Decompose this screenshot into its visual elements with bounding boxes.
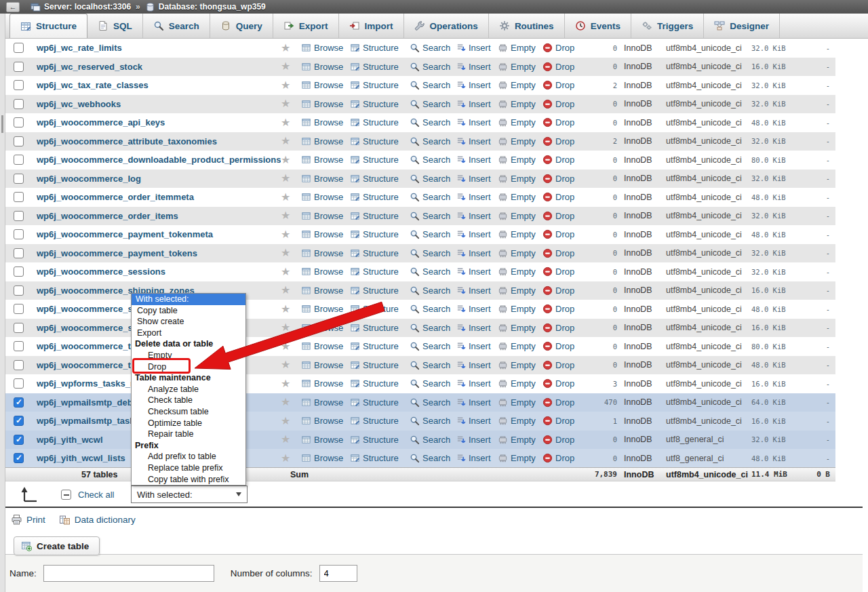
back-button[interactable]: ←: [6, 2, 20, 12]
structure-link[interactable]: Structure: [350, 285, 399, 296]
insert-link[interactable]: Insert: [456, 99, 491, 109]
browse-link[interactable]: Browse: [301, 99, 343, 109]
structure-link[interactable]: Structure: [350, 211, 399, 221]
tab-events[interactable]: Events: [565, 14, 631, 38]
favorite-star-icon[interactable]: ★: [281, 61, 290, 72]
browse-link[interactable]: Browse: [301, 267, 343, 277]
browse-link[interactable]: Browse: [301, 341, 343, 351]
drop-link[interactable]: Drop: [542, 360, 574, 370]
check-all-checkbox[interactable]: [61, 490, 71, 500]
tab-import[interactable]: Import: [339, 14, 404, 38]
menu-item-replace-table-prefix[interactable]: Replace table prefix: [132, 462, 245, 474]
menu-item-copy-table[interactable]: Copy table: [132, 305, 245, 317]
browse-link[interactable]: Browse: [301, 229, 343, 239]
browse-link[interactable]: Browse: [301, 304, 343, 314]
empty-link[interactable]: Empty: [498, 192, 536, 202]
empty-link[interactable]: Empty: [498, 211, 536, 221]
favorite-star-icon[interactable]: ★: [281, 98, 290, 109]
row-checkbox[interactable]: [14, 267, 24, 277]
table-name-link[interactable]: wp6j_wc_reserved_stock: [28, 62, 142, 72]
favorite-star-icon[interactable]: ★: [281, 267, 290, 277]
insert-link[interactable]: Insert: [456, 192, 491, 202]
search-link[interactable]: Search: [410, 397, 450, 408]
structure-link[interactable]: Structure: [350, 378, 399, 389]
table-name-link[interactable]: wp6j_woocommerce_attribute_taxonomies: [28, 136, 217, 146]
favorite-star-icon[interactable]: ★: [281, 285, 290, 296]
search-link[interactable]: Search: [410, 378, 450, 389]
empty-link[interactable]: Empty: [498, 323, 536, 333]
insert-link[interactable]: Insert: [456, 285, 491, 296]
row-checkbox[interactable]: [14, 99, 24, 109]
insert-link[interactable]: Insert: [456, 435, 491, 445]
favorite-star-icon[interactable]: ★: [281, 341, 290, 352]
favorite-star-icon[interactable]: ★: [281, 155, 290, 165]
table-name-link[interactable]: wp6j_wc_tax_rate_classes: [28, 80, 149, 90]
menu-item-with-selected[interactable]: With selected:: [132, 294, 245, 305]
browse-link[interactable]: Browse: [301, 416, 343, 426]
empty-link[interactable]: Empty: [498, 378, 536, 389]
insert-link[interactable]: Insert: [456, 360, 491, 370]
row-checkbox[interactable]: [14, 341, 24, 351]
empty-link[interactable]: Empty: [498, 155, 536, 165]
row-checkbox[interactable]: [14, 174, 24, 184]
row-checkbox[interactable]: [14, 62, 24, 72]
structure-link[interactable]: Structure: [350, 397, 399, 408]
favorite-star-icon[interactable]: ★: [281, 43, 290, 54]
insert-link[interactable]: Insert: [456, 378, 491, 389]
structure-link[interactable]: Structure: [350, 43, 399, 53]
row-checkbox[interactable]: [14, 229, 24, 239]
structure-link[interactable]: Structure: [350, 99, 399, 109]
row-checkbox[interactable]: [14, 285, 24, 296]
row-checkbox[interactable]: [14, 416, 24, 426]
row-checkbox[interactable]: [14, 360, 24, 370]
table-name-link[interactable]: wp6j_woocommerce_order_itemmeta: [28, 192, 194, 202]
empty-link[interactable]: Empty: [498, 416, 536, 426]
search-link[interactable]: Search: [410, 174, 450, 184]
tab-query[interactable]: Query: [210, 14, 273, 38]
browse-link[interactable]: Browse: [301, 174, 343, 184]
row-checkbox[interactable]: [14, 435, 24, 445]
structure-link[interactable]: Structure: [350, 62, 399, 72]
menu-item-copy-table-with-prefix[interactable]: Copy table with prefix: [132, 474, 245, 486]
drop-link[interactable]: Drop: [542, 416, 574, 426]
search-link[interactable]: Search: [410, 155, 450, 165]
row-checkbox[interactable]: [14, 248, 24, 258]
row-checkbox[interactable]: [14, 117, 24, 127]
drop-link[interactable]: Drop: [542, 136, 574, 146]
empty-link[interactable]: Empty: [498, 117, 536, 127]
table-name-link[interactable]: wp6j_woocommerce_log: [28, 174, 141, 184]
browse-link[interactable]: Browse: [301, 155, 343, 165]
structure-link[interactable]: Structure: [350, 453, 399, 463]
search-link[interactable]: Search: [410, 211, 450, 221]
drop-link[interactable]: Drop: [542, 248, 574, 258]
menu-item-show-create[interactable]: Show create: [132, 316, 245, 328]
insert-link[interactable]: Insert: [456, 136, 491, 146]
drop-link[interactable]: Drop: [542, 99, 574, 109]
menu-item-repair-table[interactable]: Repair table: [132, 429, 245, 440]
server-breadcrumb[interactable]: Server: localhost:3306: [44, 2, 131, 12]
favorite-star-icon[interactable]: ★: [281, 117, 290, 128]
drop-link[interactable]: Drop: [542, 174, 574, 184]
drop-link[interactable]: Drop: [542, 117, 574, 127]
search-link[interactable]: Search: [410, 435, 450, 445]
insert-link[interactable]: Insert: [456, 174, 491, 184]
search-link[interactable]: Search: [410, 285, 450, 296]
search-link[interactable]: Search: [410, 416, 450, 426]
browse-link[interactable]: Browse: [301, 62, 343, 72]
favorite-star-icon[interactable]: ★: [281, 210, 290, 221]
table-name-link[interactable]: wp6j_wc_webhooks: [28, 99, 121, 109]
structure-link[interactable]: Structure: [350, 174, 399, 184]
table-name-link[interactable]: wp6j_woocommerce_downloadable_product_pe…: [28, 155, 281, 165]
favorite-star-icon[interactable]: ★: [281, 378, 290, 389]
browse-link[interactable]: Browse: [301, 80, 343, 90]
drop-link[interactable]: Drop: [542, 211, 574, 221]
structure-link[interactable]: Structure: [350, 304, 399, 314]
drop-link[interactable]: Drop: [542, 323, 574, 333]
row-checkbox[interactable]: [14, 397, 24, 408]
menu-item-check-table[interactable]: Check table: [132, 395, 245, 406]
tab-triggers[interactable]: Triggers: [631, 14, 704, 38]
menu-item-empty[interactable]: Empty: [132, 350, 245, 361]
check-all-label[interactable]: Check all: [78, 490, 114, 500]
browse-link[interactable]: Browse: [301, 323, 343, 333]
empty-link[interactable]: Empty: [498, 360, 536, 370]
